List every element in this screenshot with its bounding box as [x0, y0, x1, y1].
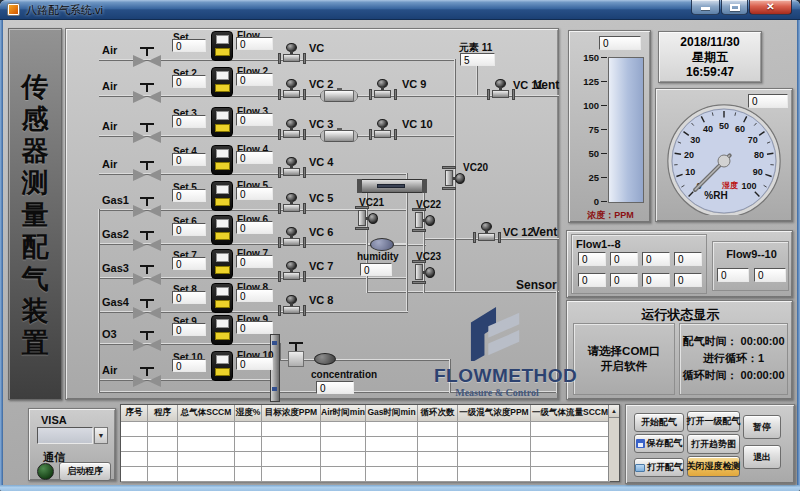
manual-valve-icon	[132, 264, 162, 286]
table-cell	[418, 452, 458, 467]
table-cell	[148, 467, 178, 482]
table-header-cell: 总气体SCCM	[178, 405, 235, 422]
visa-dropdown-button[interactable]: ▼	[94, 427, 108, 444]
app-window: 八路配气系统.vi ✕ 传感器测量配气装置 元素 11 5 VC 11 Vent…	[0, 0, 800, 491]
flow1-8-readout: 0	[674, 273, 702, 287]
mass-flow-controller-icon	[211, 315, 233, 345]
vc-valve-icon[interactable]	[278, 119, 306, 141]
vc-valve-icon[interactable]	[278, 295, 306, 317]
set-input[interactable]: 0	[172, 189, 206, 202]
table-cell	[262, 422, 321, 437]
vc12-valve-icon[interactable]	[473, 222, 501, 244]
flow-readout: 0	[236, 37, 273, 50]
mass-flow-controller-icon	[211, 283, 233, 313]
set-input[interactable]: 0	[172, 39, 206, 52]
title-bar[interactable]: 八路配气系统.vi ✕	[0, 0, 800, 20]
gauge-value: 0	[748, 94, 788, 108]
vc23-valve-icon[interactable]	[411, 259, 435, 285]
status-cycle-time: 循环时间： 00:00:00	[680, 367, 787, 384]
close-button[interactable]: ✕	[749, 0, 792, 15]
table-cell	[321, 467, 366, 482]
concentration-label: concentration	[311, 369, 377, 380]
vc-valve-icon[interactable]	[278, 193, 306, 215]
vc-label: VC 5	[309, 192, 333, 204]
vc-valve-icon[interactable]	[278, 227, 306, 249]
tank-tick-mark	[601, 153, 607, 154]
table-cell	[531, 467, 610, 482]
visa-resource-combo[interactable]	[37, 427, 93, 444]
vc-valve-icon[interactable]	[278, 261, 306, 283]
open-level1-button[interactable]: 打开一级配气	[687, 411, 740, 432]
tank-tick-label: 0	[571, 196, 599, 207]
set-input[interactable]: 0	[172, 153, 206, 166]
gas-source-label: Gas2	[102, 228, 136, 240]
open-trend-button[interactable]: 打开趋势图	[687, 434, 740, 454]
window-border-bottom	[0, 485, 800, 491]
table-row	[121, 437, 610, 452]
folder-icon	[635, 464, 645, 472]
tank-tick-mark	[601, 57, 607, 58]
maximize-button[interactable]	[721, 0, 748, 15]
vc-valve-icon[interactable]	[369, 79, 397, 101]
svg-text:湿度: 湿度	[721, 180, 738, 190]
set-input[interactable]: 0	[172, 359, 206, 372]
tank-unit-label: 浓度：PPM	[569, 209, 652, 222]
table-cell	[458, 452, 531, 467]
element11-input[interactable]: 5	[460, 53, 495, 66]
flow-readout: 0	[236, 113, 273, 126]
table-scrollbar[interactable]: ▲	[608, 405, 619, 481]
table-header-cell: 序号	[121, 405, 148, 422]
table-header-cell: 目标浓度PPM	[262, 405, 321, 422]
exit-button[interactable]: 退出	[743, 445, 781, 469]
program-table: 序号程序总气体SCCM湿度%目标浓度PPMAir时间minGas时间min循环次…	[120, 404, 620, 482]
flow-readout: 0	[236, 321, 273, 334]
sidebar-char: 气	[9, 263, 61, 295]
pipe	[476, 66, 478, 95]
gas-source-label: Gas3	[102, 262, 136, 274]
table-cell	[458, 437, 531, 452]
table-cell	[178, 452, 235, 467]
vc20-valve-icon[interactable]	[441, 165, 465, 191]
set-input[interactable]: 0	[172, 75, 206, 88]
svg-text:50: 50	[719, 121, 729, 131]
vc-valve-icon[interactable]	[369, 119, 397, 141]
vc22-valve-icon[interactable]	[411, 207, 435, 233]
minimize-icon	[701, 7, 710, 10]
minimize-button[interactable]	[691, 0, 720, 15]
tank-tick-mark	[601, 177, 607, 178]
table-header-row: 序号程序总气体SCCM湿度%目标浓度PPMAir时间minGas时间min循环次…	[121, 405, 610, 422]
date-text: 2018/11/30	[659, 35, 761, 50]
vc11-valve-icon[interactable]	[487, 79, 515, 101]
set-input[interactable]: 0	[172, 257, 206, 270]
vc-valve-icon[interactable]	[278, 43, 306, 65]
start-program-button[interactable]: 启动程序	[59, 462, 111, 481]
svg-text:40: 40	[703, 124, 713, 134]
open-gas-button[interactable]: 打开配气	[634, 458, 684, 477]
table-cell	[148, 437, 178, 452]
vc-label: VC 9	[402, 78, 426, 90]
vc-label: VC	[309, 42, 324, 54]
close-humidity-button[interactable]: 关闭湿度检测	[687, 456, 740, 477]
manual-valve-icon	[132, 298, 162, 320]
set-input[interactable]: 0	[172, 223, 206, 236]
save-gas-button[interactable]: 保存配气	[634, 434, 684, 453]
manual-valve-icon	[132, 46, 162, 68]
start-gas-button[interactable]: 开始配气	[634, 413, 684, 432]
vc21-valve-icon[interactable]	[354, 205, 378, 231]
pipe	[99, 343, 271, 345]
flow1-8-group: Flow1--8 00000000	[571, 234, 707, 294]
vc-valve-icon[interactable]	[278, 79, 306, 101]
sidebar-char: 装	[9, 295, 61, 327]
pause-button[interactable]: 暂停	[743, 415, 781, 439]
vc20-label: VC20	[463, 162, 488, 173]
set-input[interactable]: 0	[172, 291, 206, 304]
tank-tick-label: 100	[571, 100, 599, 111]
manual-valve-icon	[132, 196, 162, 218]
set-input[interactable]: 0	[172, 115, 206, 128]
tank-tick-mark	[601, 201, 607, 202]
flow9-10-readout: 0	[717, 268, 749, 282]
scroll-up-icon[interactable]: ▲	[609, 405, 619, 418]
svg-text:%RH: %RH	[704, 190, 727, 201]
set-input[interactable]: 0	[172, 323, 206, 336]
vc-valve-icon[interactable]	[278, 157, 306, 179]
